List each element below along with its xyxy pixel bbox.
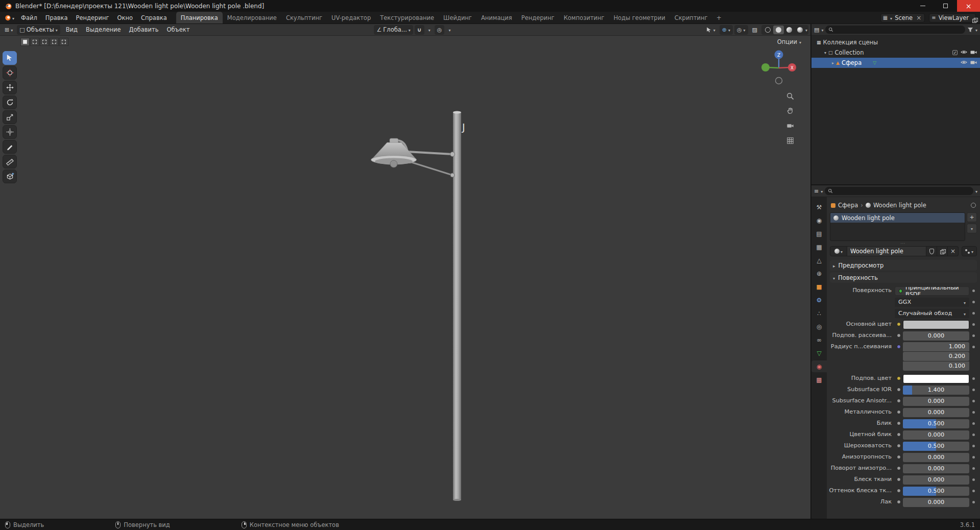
prop-dropdown[interactable]: Случайный обход [895, 309, 969, 318]
shader-button[interactable]: Принципиальный BSDF [895, 286, 969, 296]
prop-slider[interactable]: 0.000 [903, 331, 969, 341]
properties-tab-object[interactable]: ■ [811, 281, 827, 293]
animate-decorator[interactable] [972, 467, 975, 470]
top-menu-1[interactable]: Правка [41, 12, 72, 23]
workspace-tab-5[interactable]: Шейдинг [439, 12, 476, 23]
breadcrumb-material[interactable]: Wooden light pole [873, 202, 926, 209]
proportional-falloff-caret[interactable] [446, 25, 453, 35]
prop-slider[interactable]: 0.000 [903, 408, 969, 417]
snap-options-caret[interactable] [426, 25, 433, 35]
animate-decorator[interactable] [972, 422, 975, 425]
properties-tab-data[interactable]: ▽ [811, 347, 827, 359]
prop-slider[interactable]: 0.000 [903, 475, 969, 485]
material-slot-row[interactable]: Wooden light pole [830, 213, 965, 223]
prop-slider[interactable]: 0.000 [903, 397, 969, 406]
mode-dropdown[interactable]: □ Объекты [17, 25, 60, 35]
top-menu-3[interactable]: Окно [113, 12, 137, 23]
workspace-tab-4[interactable]: Текстурирование [375, 12, 439, 23]
transform-orientation-dropdown[interactable]: ∠ Глоба... [374, 25, 413, 35]
panel-surface[interactable]: Поверхность [830, 272, 977, 283]
workspace-tab-9[interactable]: Ноды геометрии [609, 12, 670, 23]
prop-slider[interactable]: 0.500 [903, 442, 969, 451]
top-menu-0[interactable]: Файл [17, 12, 41, 23]
workspace-tab-1[interactable]: Моделирование [223, 12, 281, 23]
prop-slider[interactable]: 0.000 [903, 464, 969, 473]
browse-material-button[interactable] [830, 246, 847, 256]
animate-decorator[interactable] [972, 411, 975, 414]
pin-icon[interactable] [971, 203, 976, 208]
close-button[interactable] [957, 0, 980, 12]
prop-slider[interactable]: 1.400 [903, 386, 969, 395]
properties-tab-material[interactable]: ◉ [811, 360, 827, 372]
vector-value-field[interactable]: 0.200 [903, 352, 969, 361]
viewport-menu-3[interactable]: Объект [162, 26, 194, 33]
animate-decorator[interactable] [972, 290, 975, 292]
animate-decorator[interactable] [972, 312, 975, 315]
outliner-row-object-sphere[interactable]: ▸▲Сфера▽ [811, 58, 980, 68]
gizmo-y-axis[interactable] [761, 63, 770, 71]
prop-slider[interactable]: 0.000 [903, 453, 969, 462]
overlays-toggle[interactable]: ◎ [734, 25, 748, 35]
workspace-tab-10[interactable]: Скриптинг [670, 12, 712, 23]
orthographic-toggle-button[interactable] [785, 135, 795, 146]
vector-value-field[interactable]: 0.100 [903, 362, 969, 371]
render-visibility-toggle[interactable] [970, 59, 977, 66]
add-workspace-button[interactable]: + [712, 12, 726, 23]
outliner-row-collection[interactable]: ▾□Collection [811, 47, 980, 58]
properties-tab-render[interactable]: ◉ [811, 214, 827, 226]
properties-tab-modifiers[interactable]: ⚙ [811, 294, 827, 306]
properties-tab-view-layer[interactable]: ▦ [811, 241, 827, 253]
blender-menu-button[interactable] [0, 12, 17, 23]
viewport-menu-2[interactable]: Добавить [125, 26, 163, 33]
zoom-button[interactable] [785, 91, 795, 101]
animate-decorator[interactable] [972, 377, 975, 380]
animate-decorator[interactable] [972, 433, 975, 436]
fake-user-button[interactable] [926, 246, 937, 256]
animate-decorator[interactable] [972, 301, 975, 303]
properties-tab-tool[interactable]: ⚒ [811, 201, 827, 213]
workspace-tab-6[interactable]: Анимация [476, 12, 517, 23]
animate-decorator[interactable] [972, 445, 975, 447]
checkbox-icon[interactable] [952, 50, 958, 55]
minimize-button[interactable] [911, 0, 934, 12]
panel-preview[interactable]: Предпросмотр [830, 260, 977, 271]
workspace-tab-7[interactable]: Рендеринг [517, 12, 559, 23]
duplicate-material-button[interactable] [937, 246, 948, 256]
filter-funnel-icon[interactable] [967, 27, 973, 33]
animate-decorator[interactable] [972, 400, 975, 402]
workspace-tab-2[interactable]: Скульптинг [281, 12, 327, 23]
viewport-3d[interactable]: Опции [0, 36, 810, 519]
outliner-display-mode-icon[interactable]: ▤ [814, 27, 819, 33]
maximize-button[interactable] [934, 0, 957, 12]
prop-slider[interactable]: 0.000 [903, 498, 969, 507]
add-slot-button[interactable]: + [967, 212, 977, 222]
list-resize-grip[interactable]: ⋯ [829, 241, 978, 246]
properties-search-input[interactable] [835, 188, 970, 194]
top-menu-2[interactable]: Рендеринг [72, 12, 113, 23]
properties-tab-constraints[interactable]: ∞ [811, 334, 827, 346]
prop-slider[interactable]: 0.500 [903, 419, 969, 428]
prop-slider[interactable]: 0.000 [903, 430, 969, 440]
render-visibility-toggle[interactable] [970, 49, 977, 56]
properties-search[interactable] [825, 187, 973, 195]
material-name-field[interactable]: Wooden light pole [847, 246, 926, 256]
animate-decorator[interactable] [972, 334, 975, 337]
properties-editor-icon[interactable]: ≡ [814, 188, 819, 194]
prop-slider[interactable]: 0.500 [903, 487, 969, 496]
shading-material-button[interactable] [784, 26, 795, 34]
slot-specials-button[interactable] [967, 224, 977, 233]
outliner-search[interactable] [825, 26, 965, 34]
shading-wireframe-button[interactable] [762, 26, 773, 34]
xray-toggle[interactable]: ▨ [750, 25, 760, 35]
workspace-tab-8[interactable]: Композитинг [559, 12, 609, 23]
animate-decorator[interactable] [972, 389, 975, 391]
animate-decorator[interactable] [972, 501, 975, 503]
outliner-row-scene-collection[interactable]: ▦Коллекция сцены [811, 37, 980, 47]
use-nodes-button[interactable] [962, 246, 977, 256]
view-layer-selector[interactable]: ≡ ViewLayer [929, 13, 976, 22]
animate-decorator[interactable] [972, 323, 975, 326]
breadcrumb-object[interactable]: Сфера [838, 202, 858, 209]
navigation-gizmo[interactable]: Z X [760, 49, 797, 86]
disclosure-icon[interactable]: ▸ [832, 61, 834, 65]
object-visibility-dropdown[interactable] [703, 25, 718, 35]
